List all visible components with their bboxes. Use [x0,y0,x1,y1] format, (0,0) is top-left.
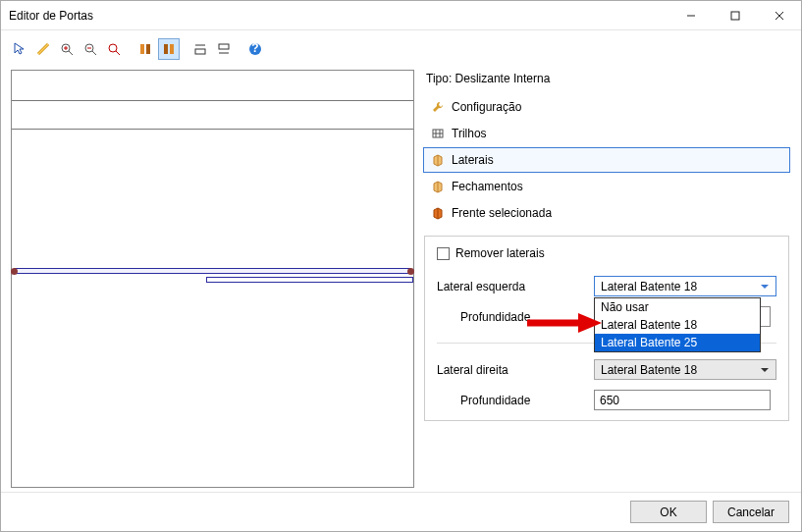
remove-laterais-label: Remover laterais [455,246,545,260]
nav-label: Fechamentos [452,180,523,193]
type-value: Deslizante Interna [455,72,551,85]
profundidade-dir-label: Profundidade [437,394,594,407]
svg-line-5 [69,51,73,55]
wrench-icon [430,99,446,115]
nav-item-config[interactable]: Configuração [423,94,790,120]
nav-item-laterais[interactable]: Laterais [423,147,790,173]
help-button[interactable]: ? [244,38,266,60]
zoom-button[interactable] [103,38,125,60]
lateral-direita-label: Lateral direita [437,363,594,377]
nav-item-frente[interactable]: Frente selecionada [423,200,790,226]
zoom-out-button[interactable] [80,38,101,60]
maximize-button[interactable] [713,1,757,29]
combo-value: Lateral Batente 18 [601,280,697,293]
svg-rect-17 [195,49,205,54]
preview-track-back [14,268,411,274]
svg-line-12 [116,51,120,55]
laterais-panel: Remover laterais Lateral esquerda Latera… [424,236,789,421]
preview-handle-left[interactable] [11,268,18,275]
svg-rect-15 [164,44,168,54]
dropdown-option[interactable]: Lateral Batente 25 [595,334,760,351]
dropdown-option[interactable]: Lateral Batente 18 [595,316,760,334]
measure-tool-button[interactable] [32,38,54,60]
minimize-button[interactable] [668,1,713,29]
cancel-button[interactable]: Cancelar [713,501,789,523]
lateral-direita-combo[interactable]: Lateral Batente 18 [594,359,776,380]
rails-icon [430,126,446,141]
lateral-esquerda-combo[interactable]: Lateral Batente 18 [594,276,776,296]
nav-label: Frente selecionada [452,206,552,220]
svg-point-11 [109,44,117,52]
nav-item-fechamentos[interactable]: Fechamentos [423,174,790,199]
nav-item-trilhos[interactable]: Trilhos [423,121,790,146]
preview-pane[interactable] [11,70,414,488]
profundidade-dir-input[interactable] [594,390,771,410]
lateral-esquerda-dropdown: Não usar Lateral Batente 18 Lateral Bate… [594,297,761,352]
align-1-button[interactable] [189,38,211,60]
zoom-in-button[interactable] [56,38,78,60]
remove-laterais-checkbox[interactable] [437,247,450,260]
type-prefix: Tipo: [426,72,455,85]
view-1-button[interactable] [134,38,156,60]
lateral-esquerda-label: Lateral esquerda [437,280,594,293]
nav-label: Configuração [452,100,521,114]
window-title: Editor de Portas [9,9,668,23]
svg-rect-14 [146,44,150,54]
preview-track-front [206,277,413,283]
preview-top-bar [12,100,413,130]
window: Editor de Portas ? Tipo: [0,0,802,532]
dropdown-option[interactable]: Não usar [595,298,760,316]
nav-label: Laterais [452,153,494,167]
footer: OK Cancelar [1,492,801,531]
svg-rect-13 [140,44,144,54]
combo-value: Lateral Batente 18 [601,363,697,377]
toolbar: ? [1,34,801,64]
view-2-button[interactable] [158,38,180,60]
close-button[interactable] [757,1,801,29]
nav-list: Configuração Trilhos Laterais Fechamento… [422,93,791,228]
ok-button[interactable]: OK [630,501,707,523]
svg-text:?: ? [251,42,258,55]
nav-label: Trilhos [452,127,487,140]
svg-rect-1 [731,12,739,20]
align-2-button[interactable] [213,38,235,60]
svg-line-9 [92,51,96,55]
svg-rect-19 [219,44,229,49]
svg-rect-16 [170,44,174,54]
box-icon [430,179,446,194]
titlebar: Editor de Portas [1,1,801,30]
type-line: Tipo: Deslizante Interna [422,70,791,93]
preview-handle-right[interactable] [407,268,414,275]
profundidade-esq-label: Profundidade [437,310,594,324]
pointer-tool-button[interactable] [9,38,30,60]
box-icon [430,152,446,168]
box-orange-icon [430,205,446,221]
